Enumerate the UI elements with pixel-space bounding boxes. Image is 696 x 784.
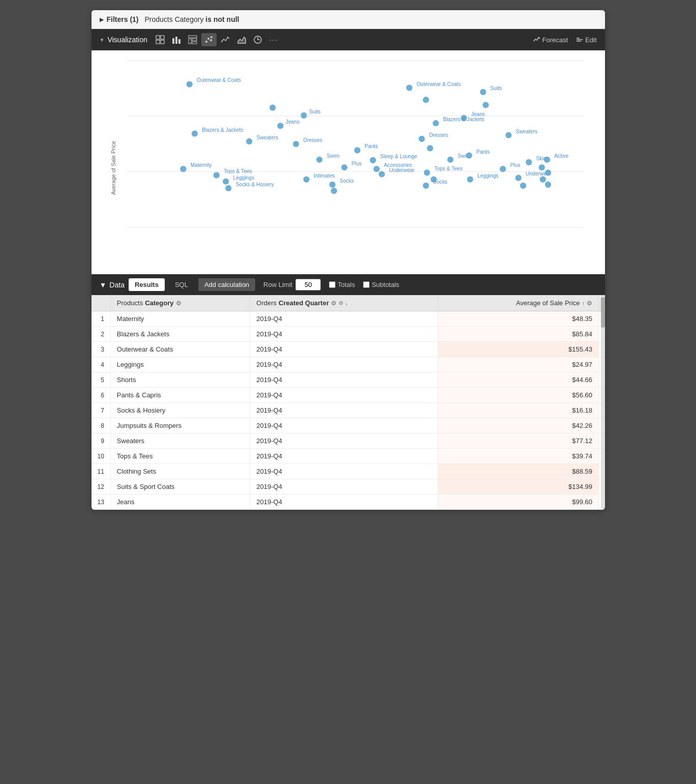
totals-checkbox[interactable] — [329, 281, 336, 288]
svg-rect-1 — [161, 36, 164, 39]
sql-tab[interactable]: SQL — [169, 278, 194, 291]
svg-text:Intimates: Intimates — [313, 173, 334, 179]
svg-point-48 — [341, 164, 347, 170]
svg-point-29 — [186, 81, 192, 87]
svg-text:Suits: Suits — [309, 109, 320, 114]
filter-bar: ▶ Filters (1) Products Category is not n… — [92, 10, 605, 29]
data-toggle[interactable]: ▼ Data — [100, 281, 125, 289]
svg-point-42 — [316, 157, 322, 163]
svg-rect-6 — [178, 39, 180, 44]
clock-icon[interactable] — [250, 33, 265, 46]
svg-point-40 — [293, 141, 299, 147]
category-col-header: Products Category ⚙ — [117, 299, 181, 307]
price-cell: $39.74 — [438, 449, 599, 464]
svg-point-36 — [191, 131, 197, 137]
svg-point-105 — [544, 182, 551, 188]
category-cell: Jumpsuits & Rompers — [110, 418, 250, 433]
viz-toggle-label: Visualization — [107, 36, 147, 44]
svg-text:Socks: Socks — [433, 179, 447, 185]
svg-point-38 — [246, 138, 252, 144]
row-num-cell: 4 — [92, 357, 111, 372]
scatter-chart-icon[interactable] — [201, 33, 217, 46]
scrollbar[interactable] — [601, 295, 605, 510]
area-chart-icon[interactable] — [234, 33, 249, 46]
table-row: 2 Blazers & Jackets 2019-Q4 $85.84 — [92, 327, 605, 342]
svg-point-91 — [422, 183, 429, 189]
svg-point-13 — [210, 39, 212, 41]
svg-text:Socks & Hosiery: Socks & Hosiery — [235, 182, 274, 187]
price-cell: $16.18 — [438, 403, 599, 418]
category-header: Products Category ⚙ — [110, 295, 250, 311]
table-row: 5 Shorts 2019-Q4 $44.66 — [92, 372, 605, 388]
svg-point-14 — [210, 36, 213, 38]
totals-group: Totals — [329, 281, 355, 288]
svg-point-102 — [538, 164, 544, 170]
svg-rect-5 — [175, 37, 177, 44]
svg-rect-0 — [156, 36, 160, 39]
price-settings-icon[interactable]: ⚙ — [587, 300, 592, 307]
pivot-icon[interactable] — [185, 33, 200, 46]
category-cell: Jeans — [110, 495, 250, 510]
data-table-wrapper: Products Category ⚙ Orders Created Quart… — [92, 295, 605, 510]
svg-text:Tops & Tees: Tops & Tees — [224, 168, 252, 174]
price-sort-icon: ↑ — [582, 300, 585, 306]
subtotals-checkbox[interactable] — [363, 281, 370, 288]
svg-text:Swim: Swim — [326, 153, 339, 159]
svg-text:Active: Active — [554, 153, 568, 159]
price-cell: $42.26 — [438, 418, 599, 433]
quarter-cell: 2019-Q4 — [250, 433, 438, 449]
filter-toggle[interactable]: ▶ Filters (1) — [100, 15, 139, 23]
svg-point-60 — [225, 185, 231, 191]
svg-point-50 — [373, 166, 379, 172]
svg-text:Pants: Pants — [476, 149, 489, 155]
quarter-col-header: Orders Created Quarter ⚙ ⊘ ↓ — [256, 299, 348, 307]
svg-point-84 — [466, 152, 472, 158]
table-body: 1 Maternity 2019-Q4 $48.35 2 Blazers & J… — [92, 311, 605, 510]
svg-point-86 — [423, 169, 430, 176]
svg-rect-8 — [189, 39, 191, 44]
svg-point-77 — [418, 136, 425, 142]
table-row: 12 Suits & Sport Coats 2019-Q4 $134.99 — [92, 479, 605, 495]
svg-text:Dresses: Dresses — [429, 132, 447, 138]
results-tab[interactable]: Results — [129, 278, 165, 291]
svg-point-32 — [300, 112, 307, 119]
table-view-icon[interactable] — [153, 33, 168, 46]
price-cell: $56.60 — [438, 388, 599, 403]
svg-text:Sweaters: Sweaters — [516, 129, 537, 134]
category-cell: Blazers & Jackets — [110, 327, 250, 342]
more-icon[interactable]: ··· — [266, 34, 282, 46]
price-cell: $44.66 — [438, 372, 599, 388]
svg-point-72 — [482, 102, 489, 108]
add-calculation-button[interactable]: Add calculation — [198, 278, 255, 291]
svg-text:Leggings: Leggings — [233, 175, 254, 181]
line-chart-icon[interactable] — [218, 33, 233, 46]
quarter-cell: 2019-Q4 — [250, 464, 438, 479]
svg-point-69 — [422, 97, 429, 103]
svg-point-44 — [354, 147, 360, 153]
totals-label: Totals — [338, 281, 355, 288]
svg-text:Plus: Plus — [351, 161, 361, 166]
viz-toggle[interactable]: ▼ Visualization — [100, 36, 147, 44]
category-cell: Clothing Sets — [110, 464, 250, 479]
svg-point-93 — [499, 166, 505, 172]
chart-inner: Average of Sale Price $0.00 $50.00 $100.… — [102, 61, 595, 269]
table-row: 6 Pants & Capris 2019-Q4 $56.60 — [92, 388, 605, 403]
svg-rect-7 — [189, 36, 197, 38]
quarter-settings-icon[interactable]: ⚙ — [331, 300, 337, 307]
bar-chart-icon[interactable] — [169, 33, 184, 46]
row-limit-input[interactable] — [295, 279, 321, 291]
price-cell: $85.84 — [438, 327, 599, 342]
category-cell: Tops & Tees — [110, 449, 250, 464]
svg-rect-3 — [161, 40, 164, 44]
subtotals-label: Subtotals — [372, 281, 399, 288]
forecast-button[interactable]: Forecast — [533, 36, 568, 44]
svg-point-98 — [526, 159, 532, 165]
quarter-cell: 2019-Q4 — [250, 311, 438, 327]
edit-button[interactable]: Edit — [576, 36, 596, 44]
price-cell: $155.43 — [438, 342, 599, 357]
table-row: 3 Outerwear & Coats 2019-Q4 $155.43 — [92, 342, 605, 357]
table-row: 10 Tops & Tees 2019-Q4 $39.74 — [92, 449, 605, 464]
svg-text:Sweaters: Sweaters — [256, 135, 278, 140]
scrollbar-thumb[interactable] — [601, 297, 605, 328]
category-settings-icon[interactable]: ⚙ — [176, 300, 181, 307]
